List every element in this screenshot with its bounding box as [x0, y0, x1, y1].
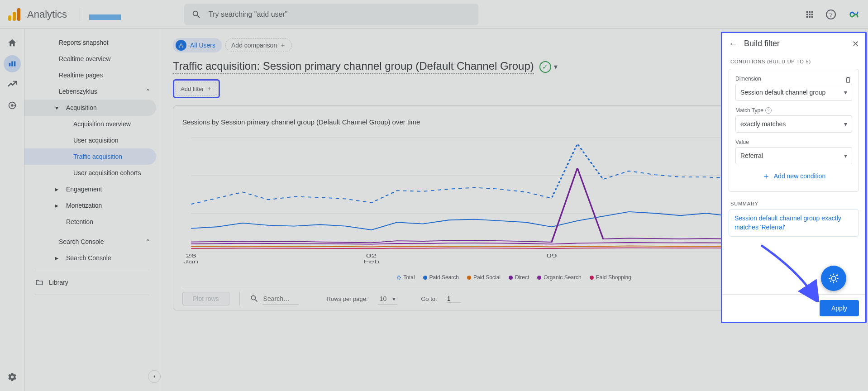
acquisition-label: Acquisition [66, 104, 97, 111]
sidebar-realtime-overview[interactable]: Realtime overview [24, 51, 160, 67]
legend-item[interactable]: Paid Search [423, 274, 459, 281]
rail-advertising[interactable] [4, 97, 21, 114]
add-comparison-button[interactable]: Add comparison ＋ [225, 38, 292, 52]
sidebar-search-console-sub[interactable]: ▸ Search Console [24, 250, 160, 266]
property-selector[interactable] [89, 7, 121, 22]
help-icon[interactable]: ? [765, 107, 772, 114]
match-type-value: exactly matches [740, 120, 786, 128]
rail-admin[interactable] [4, 368, 21, 386]
page-title: Traffic acquisition: Session primary cha… [173, 60, 534, 74]
segment-all-users[interactable]: A All Users [173, 38, 222, 52]
engagement-label: Engagement [66, 186, 102, 193]
caret-right-icon: ▸ [55, 254, 58, 262]
divider [35, 270, 149, 270]
sidebar-acquisition-overview[interactable]: Acquisition overview [24, 116, 160, 132]
dimension-label: Dimension [735, 76, 761, 82]
sidebar-engagement[interactable]: ▸ Engagement [24, 181, 160, 197]
sidebar-monetization[interactable]: ▸ Monetization [24, 197, 160, 214]
divider [239, 292, 240, 305]
add-condition-label: Add new condition [774, 172, 825, 180]
dimension-select[interactable]: Session default channel group [735, 84, 852, 101]
sidebar-retention[interactable]: Retention [24, 214, 160, 230]
sidebar-user-acquisition[interactable]: User acquisition [24, 132, 160, 148]
brand-name: Analytics [27, 9, 67, 20]
svg-text:Jan: Jan [183, 259, 199, 265]
segment-label: All Users [190, 42, 215, 49]
add-filter-label: Add filter [181, 86, 204, 92]
svg-rect-1 [13, 12, 16, 21]
reports-sidebar: Reports snapshot Realtime overview Realt… [24, 29, 160, 391]
global-search[interactable]: Try searching "add user" [184, 4, 478, 25]
match-type-select[interactable]: exactly matches [735, 115, 852, 133]
add-condition-button[interactable]: ＋ Add new condition [735, 167, 852, 185]
rail-home[interactable] [4, 34, 21, 52]
sidebar-acquisition[interactable]: ▾ Acquisition [24, 100, 156, 116]
rail-explore[interactable] [4, 76, 21, 93]
redacted-property [89, 14, 121, 20]
rows-per-page-select[interactable]: 10 [378, 293, 398, 305]
dimension-value: Session default channel group [740, 89, 825, 96]
condition-block: Dimension Session default channel group … [729, 69, 859, 192]
sidebar-traffic-acquisition[interactable]: Traffic acquisition [24, 148, 156, 165]
caret-down-icon[interactable]: ▾ [554, 62, 558, 71]
legend-item[interactable]: Direct [509, 274, 529, 281]
divider [80, 8, 80, 21]
plot-rows-button[interactable]: Plot rows [182, 292, 229, 305]
go-to-label: Go to: [421, 296, 437, 302]
sidebar-section-search-console[interactable]: Search Console ⌃ [24, 234, 160, 250]
match-type-label: Match Type ? [735, 107, 852, 114]
search-icon [191, 10, 201, 19]
legend-item[interactable]: Organic Search [537, 274, 581, 281]
value-select[interactable]: Referral [735, 147, 852, 164]
verified-icon[interactable]: ✓ [539, 61, 551, 73]
sidebar-realtime-pages[interactable]: Realtime pages [24, 67, 160, 83]
gear-sparkle-icon [827, 272, 840, 285]
svg-point-26 [831, 276, 835, 280]
table-search-input[interactable] [262, 293, 299, 305]
add-filter-button[interactable]: Add filter ＋ [176, 82, 217, 95]
value-value: Referral [740, 152, 763, 159]
rows-per-page-value: 10 [380, 295, 387, 302]
insights-fab[interactable] [821, 266, 846, 291]
legend-item[interactable]: Total [397, 274, 415, 281]
conditions-heading: CONDITIONS (BUILD UP TO 5) [722, 54, 865, 66]
sidebar-reports-snapshot[interactable]: Reports snapshot [24, 34, 160, 51]
rows-per-page-label: Rows per page: [327, 296, 368, 302]
caret-right-icon: ▸ [55, 202, 58, 209]
chevron-up-icon: ⌃ [145, 88, 151, 95]
folder-icon [35, 278, 43, 286]
svg-text:?: ? [829, 11, 832, 18]
close-button[interactable]: ✕ [852, 39, 859, 49]
svg-text:26: 26 [186, 253, 196, 259]
segment-avatar: A [176, 40, 186, 51]
match-type-text: Match Type [735, 107, 763, 114]
annotation-arrow [757, 243, 820, 302]
caret-right-icon: ▸ [55, 186, 58, 193]
sidebar-section-lifecycle[interactable]: Lebenszyklus ⌃ [24, 83, 160, 100]
search-icon [250, 294, 259, 303]
svg-point-7 [14, 105, 16, 106]
rail-reports[interactable] [4, 55, 21, 72]
legend-item[interactable]: Paid Shopping [590, 274, 631, 281]
go-to-input[interactable] [447, 295, 461, 303]
panel-title: Build filter [744, 39, 780, 48]
table-search[interactable] [250, 293, 299, 305]
collapse-sidebar-button[interactable] [148, 370, 161, 383]
plus-icon: ＋ [206, 85, 212, 93]
library-label: Library [49, 279, 68, 286]
search-console-sub-label: Search Console [66, 254, 111, 262]
apply-button[interactable]: Apply [820, 300, 859, 316]
sidebar-user-acquisition-cohorts[interactable]: User acquisition cohorts [24, 165, 160, 181]
help-icon[interactable]: ? [825, 9, 836, 20]
sidebar-library[interactable]: Library [24, 274, 160, 291]
infinity-icon[interactable] [847, 8, 861, 21]
lifecycle-label: Lebenszyklus [59, 88, 97, 95]
panel-header: ← Build filter ✕ [722, 33, 865, 54]
apps-icon[interactable] [805, 10, 815, 19]
svg-rect-2 [17, 8, 20, 21]
delete-condition-button[interactable] [844, 76, 852, 84]
chevron-left-icon [151, 373, 157, 380]
header-actions: ? [805, 8, 861, 21]
legend-item[interactable]: Paid Social [467, 274, 501, 281]
back-button[interactable]: ← [729, 38, 738, 49]
